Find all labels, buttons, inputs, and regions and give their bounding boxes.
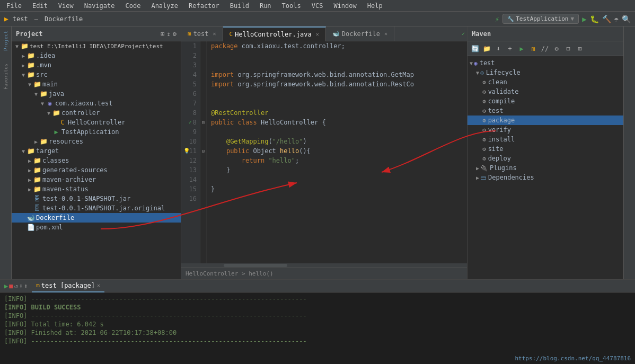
run-stop-btn[interactable]: ■ [9, 282, 13, 290]
tab-dockerfile[interactable]: 🐋 Dockerfile ✕ [326, 26, 394, 41]
tree-item-testapplication[interactable]: ▶ ▶ TestApplication [12, 127, 181, 137]
maven-btn-skip[interactable]: // [540, 43, 550, 54]
maven-gear-validate: ⚙ [482, 88, 486, 95]
bulb-icon[interactable]: 💡 [183, 146, 190, 156]
run-config[interactable]: 🔧 TestApplication ▼ [502, 14, 579, 24]
menu-file[interactable]: File [4, 1, 24, 11]
maven-item-compile[interactable]: ⚙ compile [468, 96, 623, 106]
tab-hellocontroller-close[interactable]: ✕ [316, 31, 319, 37]
maven-btn-expand[interactable]: ⊞ [575, 43, 585, 54]
menu-view[interactable]: View [56, 1, 76, 11]
run-play-btn[interactable]: ▶ [4, 282, 8, 290]
maven-item-lifecycle[interactable]: ▼ ⚙ Lifecycle [468, 68, 623, 77]
tree-item-resources[interactable]: ▶ 📁 resources [12, 137, 181, 146]
menu-help[interactable]: Help [365, 1, 385, 11]
debug-button[interactable]: 🐛 [590, 15, 599, 23]
build-button[interactable]: 🔨 [602, 15, 611, 23]
menu-analyze[interactable]: Analyze [149, 1, 180, 11]
maven-item-validate[interactable]: ⚙ validate [468, 87, 623, 96]
tab-test[interactable]: m test ✕ [181, 26, 223, 41]
maven-item-package[interactable]: ⚙ package [468, 116, 623, 125]
tree-item-hellocontroller[interactable]: ▶ C HelloController [12, 118, 181, 127]
maven-item-deploy[interactable]: ⚙ deploy [468, 154, 623, 163]
maven-btn-run[interactable]: ▶ [516, 43, 527, 54]
side-project[interactable]: Project [3, 31, 8, 51]
menu-refactor[interactable]: Refactor [187, 1, 222, 11]
tree-item-jar1[interactable]: ▶ 🗄 test-0.0.1-SNAPSHOT.jar [12, 194, 181, 203]
maven-btn-settings[interactable]: ⚙ [551, 43, 562, 54]
run-down-btn[interactable]: ⬇ [19, 282, 23, 290]
tab-dockerfile-close[interactable]: ✕ [384, 31, 387, 37]
maven-item-install[interactable]: ⚙ install [468, 135, 623, 144]
maven-label-package: package [488, 117, 515, 124]
run-tab-close[interactable]: ✕ [97, 282, 100, 288]
tree-item-target[interactable]: ▼ 📁 target [12, 146, 181, 156]
menu-tools[interactable]: Tools [280, 1, 303, 11]
tree-item-pom[interactable]: ▶ 📄 pom.xml [12, 223, 181, 232]
maven-item-verify[interactable]: ⚙ verify [468, 125, 623, 135]
tree-item-idea[interactable]: ▶ 📁 .idea [12, 51, 181, 60]
tree-label-resources: resources [49, 138, 83, 145]
run-rerun-btn[interactable]: ↺ [14, 282, 17, 290]
tree-item-generated[interactable]: ▶ 📁 generated-sources [12, 165, 181, 175]
fold-marker-8[interactable]: ⊟ [200, 118, 206, 127]
sidebar-icon-sort[interactable]: ↕ [167, 30, 171, 38]
tree-item-maven-archiver[interactable]: ▶ 📁 maven-archiver [12, 175, 181, 184]
menu-edit[interactable]: Edit [30, 1, 50, 11]
tree-item-java[interactable]: ▼ 📁 java [12, 89, 181, 99]
maven-item-test-root[interactable]: ▼ ◉ test [468, 58, 623, 68]
tree-label-target: target [36, 147, 59, 155]
nav-icon[interactable]: ⚡ [495, 15, 499, 23]
menu-window[interactable]: Window [331, 1, 358, 11]
maven-gear-compile: ⚙ [482, 98, 486, 105]
tree-item-test-root[interactable]: ▼ 📁 test E:\IntelliJ IDEA\IDEAProject\te… [12, 41, 181, 51]
tree-item-jar2[interactable]: ▶ 🗄 test-0.0.1-SNAPSHOT.jar.original [12, 203, 181, 213]
tab-docker-icon: 🐋 [332, 30, 340, 37]
maven-item-site[interactable]: ⚙ site [468, 144, 623, 154]
tree-label-test: test E:\IntelliJ IDEA\IDEAProject\test [30, 43, 163, 50]
code-line-7 [211, 99, 463, 108]
search-button[interactable]: 🔍 [622, 15, 631, 23]
tree-item-package[interactable]: ▼ ◉ com.xiaoxu.test [12, 99, 181, 108]
bottom-tab-run[interactable]: m test [package] ✕ [32, 280, 104, 292]
maven-item-test[interactable]: ⚙ test [468, 106, 623, 116]
menu-vcs[interactable]: VCS [310, 1, 325, 11]
menu-code[interactable]: Code [124, 1, 143, 11]
maven-btn-m[interactable]: m [528, 43, 539, 54]
tree-label-classes: classes [42, 157, 69, 164]
maven-item-clean[interactable]: ⚙ clean [468, 77, 623, 87]
run-button[interactable]: ▶ [582, 15, 586, 23]
maven-label-test-lc: test [488, 107, 504, 114]
maven-btn-download[interactable]: ⬇ [493, 43, 504, 54]
maven-tree: ▼ ◉ test ▼ ⚙ Lifecycle ⚙ clean ⚙ [468, 56, 623, 279]
tree-item-classes[interactable]: ▶ 📁 classes [12, 156, 181, 165]
scrollbar-horizontal[interactable] [181, 263, 467, 268]
run-up-btn[interactable]: ⬆ [24, 282, 28, 290]
tab-hellocontroller[interactable]: C HelloController.java ✕ [223, 26, 326, 41]
menu-navigate[interactable]: Navigate [82, 1, 117, 11]
maven-btn-add[interactable]: + [505, 43, 515, 54]
maven-toolbar: 🔄 📁 ⬇ + ▶ m // ⚙ ⊟ ⊞ [468, 41, 623, 56]
side-favorites[interactable]: Favorites [3, 64, 8, 90]
tree-item-maven-status[interactable]: ▶ 📁 maven-status [12, 184, 181, 194]
maven-item-dependencies[interactable]: ▶ 🗃 Dependencies [468, 173, 623, 182]
sidebar-icon-group[interactable]: ⊞ [161, 30, 164, 38]
code-content[interactable]: package com.xiaoxu.test.controller; impo… [207, 41, 467, 263]
coverage-button[interactable]: ☂ [614, 15, 619, 23]
tab-test-close[interactable]: ✕ [213, 31, 216, 37]
tree-item-src[interactable]: ▼ 📁 src [12, 70, 181, 79]
arrow-resources: ▶ [33, 139, 39, 145]
sidebar-icon-settings[interactable]: ⚙ [173, 30, 177, 38]
maven-btn-folder[interactable]: 📁 [481, 43, 492, 54]
scrollbar-thumb[interactable] [224, 264, 287, 267]
tree-item-main[interactable]: ▼ 📁 main [12, 79, 181, 89]
tree-item-dockerfile[interactable]: ▶ 🐋 Dockerfile [12, 213, 181, 223]
maven-item-plugins[interactable]: ▶ 🔌 Plugins [468, 163, 623, 173]
fold-marker-11[interactable]: ⊟ [200, 146, 206, 156]
maven-btn-refresh[interactable]: 🔄 [470, 43, 480, 54]
maven-btn-collapse[interactable]: ⊟ [563, 43, 574, 54]
menu-run[interactable]: Run [258, 1, 274, 11]
menu-build[interactable]: Build [228, 1, 251, 11]
tree-item-controller[interactable]: ▼ 📁 controller [12, 108, 181, 118]
tree-item-mvn[interactable]: ▶ 📁 .mvn [12, 60, 181, 70]
